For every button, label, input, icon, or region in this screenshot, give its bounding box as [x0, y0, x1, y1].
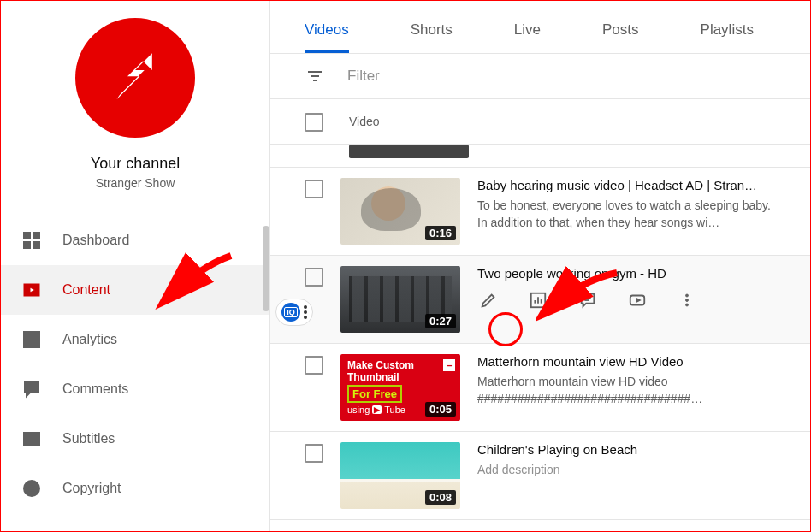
more-vertical-icon [304, 305, 307, 319]
more-button[interactable] [676, 289, 698, 311]
tab-posts[interactable]: Posts [602, 9, 639, 53]
svg-rect-2 [24, 242, 30, 248]
sidebar-item-label: Subtitles [62, 431, 115, 446]
sidebar: Your channel Stranger Show Dashboard Con… [1, 1, 269, 531]
bar-chart-icon [529, 291, 548, 310]
video-title[interactable]: Matterhorn mountain view HD Video [477, 354, 776, 369]
video-title[interactable]: Baby hearing music video | Headset AD | … [477, 178, 776, 192]
video-duration: 0:05 [425, 402, 456, 417]
youtube-icon [628, 291, 647, 310]
svg-rect-1 [33, 233, 39, 239]
list-header: Video [270, 99, 810, 145]
analytics-icon [21, 329, 42, 350]
table-row[interactable]: – Make Custom Thumbnail For Free using▶T… [270, 344, 810, 432]
main-panel: Videos Shorts Live Posts Playlists Podc … [269, 1, 810, 531]
arrow-up-icon [97, 39, 174, 116]
video-duration: 0:27 [425, 314, 456, 328]
video-thumbnail[interactable]: 0:27 [340, 266, 460, 333]
svg-point-28 [686, 299, 689, 302]
video-meta: Children's Playing on Beach Add descript… [477, 442, 776, 479]
row-checkbox[interactable] [305, 180, 323, 198]
video-description[interactable]: Add description [477, 462, 776, 479]
sidebar-item-comments[interactable]: Comments [1, 364, 269, 414]
svg-rect-0 [24, 233, 30, 239]
video-duration: 0:08 [425, 490, 456, 505]
video-meta: Baby hearing music video | Headset AD | … [477, 178, 776, 231]
sidebar-item-dashboard[interactable]: Dashboard [1, 216, 269, 265]
row-checkbox[interactable] [305, 356, 323, 375]
svg-point-27 [686, 294, 689, 297]
tab-playlists[interactable]: Playlists [701, 9, 754, 53]
sidebar-item-copyright[interactable]: Copyright [1, 464, 269, 513]
svg-rect-3 [33, 242, 39, 248]
video-meta: Two people working on gym - HD [477, 266, 776, 311]
copyright-icon [21, 478, 42, 499]
video-description: To be honest, everyone loves to watch a … [477, 198, 776, 231]
video-thumbnail[interactable] [349, 145, 469, 158]
channel-header: Your channel Stranger Show [1, 1, 269, 216]
sidebar-item-subtitles[interactable]: Subtitles [1, 414, 269, 464]
column-header-video: Video [349, 115, 380, 128]
video-title[interactable]: Children's Playing on Beach [477, 442, 776, 457]
close-icon: – [443, 359, 455, 371]
analytics-button[interactable] [527, 289, 549, 311]
video-title[interactable]: Two people working on gym - HD [477, 266, 776, 281]
more-vertical-icon [678, 291, 696, 310]
channel-name: Stranger Show [1, 176, 269, 190]
comments-icon [21, 379, 42, 399]
table-row[interactable]: 0:27 Two people working on gym - HD IQ [270, 256, 810, 344]
filter-bar [270, 54, 810, 99]
table-row[interactable]: 0:16 Baby hearing music video | Headset … [270, 168, 810, 256]
comment-icon [578, 291, 597, 310]
iq-icon: IQ [281, 303, 300, 322]
edit-button[interactable] [477, 289, 500, 311]
tab-live[interactable]: Live [514, 9, 541, 53]
channel-avatar[interactable] [75, 18, 195, 138]
select-all-checkbox[interactable] [305, 113, 323, 132]
video-thumbnail[interactable]: 0:16 [340, 178, 460, 245]
sidebar-item-content[interactable]: Content [1, 265, 269, 315]
subtitles-icon [21, 429, 42, 449]
filter-icon[interactable] [305, 66, 325, 86]
youtube-button[interactable] [626, 289, 648, 311]
row-action-toolbar [477, 289, 776, 311]
sidebar-item-label: Analytics [62, 332, 117, 347]
comments-button[interactable] [577, 289, 599, 311]
video-duration: 0:16 [425, 226, 456, 240]
tab-videos[interactable]: Videos [305, 9, 349, 53]
sidebar-item-label: Copyright [62, 481, 121, 496]
content-icon [21, 280, 42, 300]
sidebar-item-label: Dashboard [62, 233, 129, 248]
video-thumbnail[interactable]: 0:08 [340, 442, 460, 509]
content-tabs: Videos Shorts Live Posts Playlists Podc [270, 1, 810, 54]
pencil-icon [479, 291, 498, 310]
video-description: Matterhorn mountain view HD video ######… [477, 374, 776, 407]
sidebar-item-label: Comments [62, 381, 128, 397]
video-list: 0:16 Baby hearing music video | Headset … [270, 145, 810, 531]
scrollbar-thumb[interactable] [263, 226, 269, 311]
table-row[interactable] [270, 145, 810, 168]
extension-badge[interactable]: IQ [275, 299, 313, 326]
channel-title: Your channel [1, 155, 269, 173]
row-checkbox[interactable] [305, 268, 323, 287]
table-row[interactable]: 0:08 Children's Playing on Beach Add des… [270, 432, 810, 520]
sidebar-nav: Dashboard Content Analytics Comments Sub… [1, 216, 269, 513]
tab-shorts[interactable]: Shorts [411, 9, 453, 53]
svg-point-29 [686, 304, 689, 306]
video-meta: Matterhorn mountain view HD Video Matter… [477, 354, 776, 407]
row-checkbox[interactable] [305, 444, 323, 463]
filter-input[interactable] [347, 68, 776, 85]
thumbnail-overlay-text: Make Custom Thumbnail For Free using▶Tub… [347, 359, 433, 415]
video-thumbnail[interactable]: – Make Custom Thumbnail For Free using▶T… [340, 354, 460, 421]
sidebar-item-label: Content [62, 282, 110, 298]
dashboard-icon [21, 230, 42, 251]
sidebar-item-analytics[interactable]: Analytics [1, 315, 269, 364]
